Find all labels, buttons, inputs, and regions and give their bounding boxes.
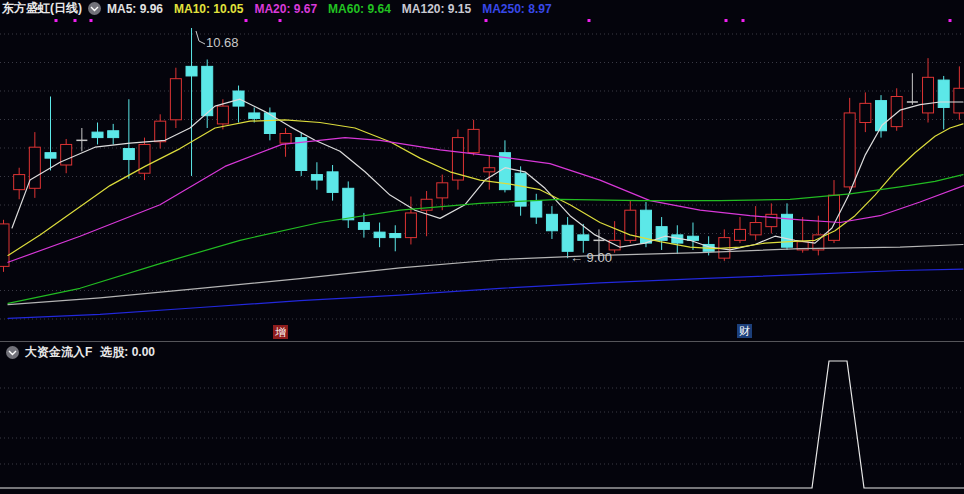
candle-34 bbox=[531, 194, 542, 224]
candle-5 bbox=[76, 128, 87, 151]
candle-11 bbox=[170, 68, 181, 128]
candle-12 bbox=[186, 28, 197, 176]
indicator-signal-line bbox=[0, 361, 964, 488]
candle-51 bbox=[797, 217, 808, 253]
candle-0 bbox=[0, 220, 9, 272]
candle-28 bbox=[437, 175, 448, 211]
candle-33 bbox=[515, 166, 526, 215]
ma-legend-item-ma10: MA10: 10.05 bbox=[174, 2, 243, 16]
event-marker-财[interactable]: 财 bbox=[737, 324, 752, 338]
price-annotation: ← 9.00 bbox=[570, 250, 612, 265]
signal-dot bbox=[588, 19, 591, 22]
candle-16 bbox=[249, 107, 260, 122]
candle-9 bbox=[139, 138, 150, 180]
candle-25 bbox=[390, 225, 401, 251]
candle-13 bbox=[202, 60, 213, 129]
indicator-value: 选股: 0.00 bbox=[100, 344, 155, 361]
candle-21 bbox=[327, 165, 338, 201]
candle-42 bbox=[656, 217, 667, 250]
signal-dot bbox=[485, 19, 488, 22]
ma-legend: MA5: 9.96MA10: 10.05MA20: 9.67MA60: 9.64… bbox=[107, 2, 563, 16]
event-marker-增[interactable]: 增 bbox=[273, 325, 288, 339]
candle-29 bbox=[452, 129, 463, 189]
trading-app-window: 10.68← 9.00 东方盛虹(日线) MA5: 9.96MA10: 10.0… bbox=[0, 0, 964, 494]
main-candlestick-chart[interactable]: 10.68← 9.00 bbox=[0, 0, 964, 342]
candle-56 bbox=[876, 95, 887, 137]
candle-49 bbox=[766, 203, 777, 233]
signal-dot bbox=[279, 19, 282, 22]
ma-legend-item-ma60: MA60: 9.64 bbox=[328, 2, 391, 16]
signal-dot bbox=[74, 19, 77, 22]
candle-40 bbox=[625, 201, 636, 243]
candle-61 bbox=[954, 66, 964, 119]
ma-line-ma250 bbox=[8, 269, 963, 318]
signal-dot bbox=[245, 19, 248, 22]
candle-35 bbox=[546, 206, 557, 239]
signal-dot bbox=[725, 19, 728, 22]
ma-legend-item-ma250: MA250: 8.97 bbox=[482, 2, 551, 16]
candle-44 bbox=[687, 223, 698, 250]
candle-54 bbox=[844, 98, 855, 190]
candle-47 bbox=[734, 217, 745, 243]
candle-2 bbox=[29, 132, 40, 198]
chevron-down-icon[interactable] bbox=[6, 346, 19, 359]
ma-legend-item-ma20: MA20: 9.67 bbox=[254, 2, 317, 16]
signal-dot bbox=[55, 19, 58, 22]
candle-50 bbox=[782, 203, 793, 250]
candle-46 bbox=[719, 229, 730, 261]
chevron-down-icon[interactable] bbox=[88, 2, 101, 15]
ma-legend-item-ma5: MA5: 9.96 bbox=[107, 2, 163, 16]
candle-15 bbox=[233, 86, 244, 123]
candle-6 bbox=[92, 123, 103, 145]
indicator-sub-chart[interactable] bbox=[0, 342, 964, 494]
candle-41 bbox=[640, 202, 651, 247]
panel-divider bbox=[0, 341, 964, 342]
signal-dot bbox=[742, 19, 745, 22]
candle-59 bbox=[923, 58, 934, 122]
candle-43 bbox=[672, 225, 683, 254]
candle-18 bbox=[280, 128, 291, 157]
candle-4 bbox=[61, 139, 72, 173]
candle-58 bbox=[907, 73, 918, 105]
candle-60 bbox=[938, 76, 949, 129]
candle-22 bbox=[343, 181, 354, 228]
candle-48 bbox=[750, 206, 761, 240]
annotation-leader bbox=[196, 31, 205, 44]
candle-39 bbox=[609, 221, 620, 253]
indicator-name: 大资金流入F bbox=[25, 344, 92, 361]
candle-7 bbox=[108, 124, 119, 145]
candle-24 bbox=[374, 223, 385, 248]
price-annotation: 10.68 bbox=[206, 35, 239, 50]
candle-3 bbox=[45, 97, 56, 171]
candle-55 bbox=[860, 92, 871, 132]
ma-line-ma120 bbox=[8, 245, 963, 305]
candle-30 bbox=[468, 120, 479, 156]
signal-dot bbox=[90, 19, 93, 22]
candle-26 bbox=[405, 197, 416, 245]
signal-dot bbox=[949, 19, 952, 22]
candle-1 bbox=[14, 168, 25, 200]
candle-20 bbox=[311, 162, 322, 189]
ma-legend-item-ma120: MA120: 9.15 bbox=[402, 2, 471, 16]
candle-19 bbox=[296, 132, 307, 176]
candle-8 bbox=[123, 99, 134, 178]
main-chart-header: 东方盛虹(日线) MA5: 9.96MA10: 10.05MA20: 9.67M… bbox=[2, 1, 563, 16]
symbol-title: 东方盛虹(日线) bbox=[2, 0, 82, 17]
candle-31 bbox=[484, 155, 495, 189]
sub-chart-header: 大资金流入F 选股: 0.00 bbox=[4, 345, 155, 360]
